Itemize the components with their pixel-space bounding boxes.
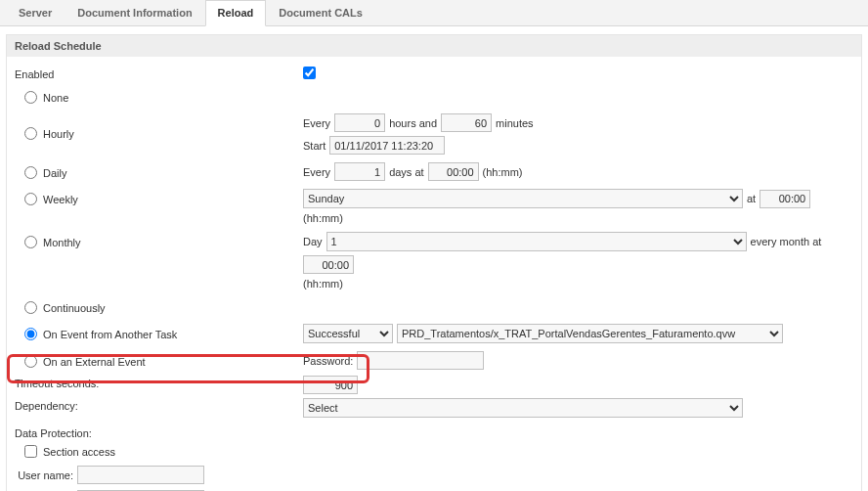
- event-password-input[interactable]: [357, 351, 484, 370]
- minutes-label: minutes: [496, 117, 534, 129]
- event-task-select[interactable]: PRD_Tratamentos/x_TRAT_PortalVendasGeren…: [397, 324, 783, 343]
- reload-schedule-panel: Reload Schedule Enabled None: [6, 34, 862, 491]
- tab-document-cals[interactable]: Document CALs: [266, 0, 375, 25]
- monthly-day-select[interactable]: 1: [326, 232, 747, 251]
- hourly-start-input[interactable]: [329, 136, 445, 155]
- daily-at-input[interactable]: [428, 162, 479, 181]
- days-at-label: days at: [389, 166, 423, 178]
- weekly-day-select[interactable]: Sunday: [303, 189, 743, 208]
- weekly-label: Weekly: [43, 194, 78, 205]
- continuously-label: Continuously: [43, 302, 106, 314]
- section-access-checkbox[interactable]: [24, 445, 37, 458]
- enabled-checkbox[interactable]: [303, 67, 316, 79]
- user-name-label: User name:: [15, 469, 73, 481]
- radio-on-external-event[interactable]: [24, 355, 37, 368]
- panel-title: Reload Schedule: [7, 35, 861, 57]
- daily-hhmm-label: (hh:mm): [483, 166, 523, 178]
- start-label: Start: [303, 140, 326, 152]
- on-event-task-label: On Event from Another Task: [43, 329, 177, 340]
- radio-on-event-task[interactable]: [24, 328, 37, 340]
- event-status-select[interactable]: Successful: [303, 324, 393, 343]
- daily-every-input[interactable]: [334, 162, 385, 181]
- on-external-event-label: On an External Event: [43, 356, 146, 368]
- tab-server[interactable]: Server: [6, 0, 65, 25]
- monthly-day-label: Day: [303, 236, 323, 247]
- timeout-seconds-input[interactable]: [303, 376, 358, 394]
- user-name-input[interactable]: [77, 466, 204, 484]
- radio-hourly[interactable]: [24, 127, 37, 140]
- enabled-label: Enabled: [15, 68, 54, 80]
- timeout-seconds-label: Timeout seconds:: [15, 378, 99, 389]
- radio-none[interactable]: [24, 91, 37, 104]
- hourly-every-input[interactable]: [334, 113, 385, 132]
- radio-weekly[interactable]: [24, 193, 37, 205]
- monthly-label: Monthly: [43, 237, 81, 248]
- dependency-select[interactable]: Select: [303, 398, 743, 418]
- weekly-at-input[interactable]: [760, 190, 810, 208]
- every-month-at-label: every month at: [751, 236, 822, 247]
- none-label: None: [43, 92, 68, 104]
- radio-daily[interactable]: [24, 166, 37, 179]
- weekly-at-label: at: [747, 193, 756, 204]
- daily-label: Daily: [43, 167, 66, 179]
- hourly-minutes-input[interactable]: [441, 113, 492, 132]
- tab-bar: Server Document Information Reload Docum…: [0, 0, 868, 26]
- tab-document-information[interactable]: Document Information: [65, 0, 204, 25]
- event-password-label: Password:: [303, 355, 353, 367]
- tab-reload[interactable]: Reload: [205, 0, 267, 26]
- weekly-hhmm-label: (hh:mm): [303, 212, 343, 224]
- monthly-hhmm-label: (hh:mm): [303, 278, 343, 290]
- radio-continuously[interactable]: [24, 301, 37, 314]
- monthly-at-input[interactable]: [303, 255, 354, 274]
- hourly-every-label: Every: [303, 117, 330, 129]
- radio-monthly[interactable]: [24, 236, 37, 248]
- dependency-label: Dependency:: [15, 400, 78, 412]
- hours-and-label: hours and: [389, 117, 437, 129]
- section-access-label: Section access: [43, 446, 115, 458]
- hourly-label: Hourly: [43, 128, 74, 140]
- data-protection-label: Data Protection:: [15, 427, 92, 439]
- daily-every-label: Every: [303, 166, 330, 178]
